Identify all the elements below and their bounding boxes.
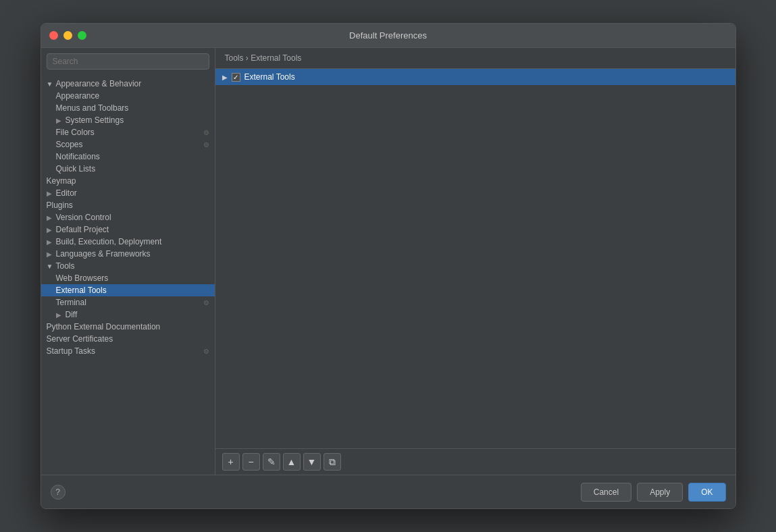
close-button[interactable] (49, 31, 58, 40)
main-content: ▼ Appearance & Behavior Appearance Menus… (41, 48, 735, 475)
sidebar-item-editor[interactable]: ▶ Editor (41, 187, 215, 199)
sidebar-item-build-execution[interactable]: ▶ Build, Execution, Deployment (41, 236, 215, 248)
minimize-button[interactable] (63, 31, 72, 40)
sidebar-item-file-colors[interactable]: File Colors ⚙ (41, 126, 215, 138)
sidebar-item-system-settings[interactable]: ▶ System Settings (41, 114, 215, 126)
remove-button[interactable]: − (242, 453, 260, 471)
copy-button[interactable]: ⧉ (324, 453, 341, 471)
sidebar-item-server-certs[interactable]: Server Certificates (41, 333, 215, 345)
content-toolbar: + − ✎ ▲ ▼ ⧉ (215, 448, 735, 475)
sidebar-item-keymap[interactable]: Keymap (41, 175, 215, 187)
gear-icon: ⚙ (203, 141, 209, 149)
sidebar-item-version-control[interactable]: ▶ Version Control (41, 211, 215, 223)
sidebar-item-languages-frameworks[interactable]: ▶ Languages & Frameworks (41, 248, 215, 260)
breadcrumb: Tools › External Tools (215, 48, 735, 69)
expand-icon: ▶ (47, 238, 53, 246)
sidebar-item-notifications[interactable]: Notifications (41, 151, 215, 163)
right-panel: Tools › External Tools ▶ ✓ External Tool… (215, 48, 735, 475)
move-up-button[interactable]: ▲ (283, 453, 301, 471)
maximize-button[interactable] (78, 31, 86, 40)
sidebar: ▼ Appearance & Behavior Appearance Menus… (41, 48, 215, 475)
title-bar: Default Preferences (41, 24, 735, 48)
ok-button[interactable]: OK (688, 483, 725, 502)
row-arrow-icon: ▶ (222, 74, 228, 81)
add-button[interactable]: + (222, 453, 240, 471)
expand-icon: ▼ (47, 80, 53, 88)
expand-icon: ▶ (47, 226, 53, 234)
sidebar-item-diff[interactable]: ▶ Diff (41, 309, 215, 321)
sidebar-item-terminal[interactable]: Terminal ⚙ (41, 296, 215, 309)
expand-icon: ▼ (47, 263, 53, 270)
action-buttons: Cancel Apply OK (581, 483, 726, 502)
sidebar-item-appearance[interactable]: Appearance (41, 90, 215, 102)
search-box (41, 48, 215, 75)
cancel-button[interactable]: Cancel (581, 483, 631, 502)
sidebar-item-quick-lists[interactable]: Quick Lists (41, 163, 215, 175)
gear-icon: ⚙ (203, 348, 209, 355)
bottom-bar: ? Cancel Apply OK (41, 475, 735, 508)
expand-icon: ▶ (47, 214, 53, 221)
sidebar-item-external-tools[interactable]: External Tools (41, 284, 215, 296)
edit-button[interactable]: ✎ (263, 453, 280, 471)
preferences-window: Default Preferences ▼ Appearance & Behav… (41, 23, 736, 509)
sidebar-item-python-ext-doc[interactable]: Python External Documentation (41, 321, 215, 333)
sidebar-item-scopes[interactable]: Scopes ⚙ (41, 138, 215, 151)
expand-icon: ▶ (47, 190, 53, 197)
gear-icon: ⚙ (203, 299, 209, 307)
sidebar-tree: ▼ Appearance & Behavior Appearance Menus… (41, 75, 215, 475)
sidebar-item-tools[interactable]: ▼ Tools (41, 260, 215, 272)
window-title: Default Preferences (349, 30, 427, 41)
sidebar-item-appearance-behavior[interactable]: ▼ Appearance & Behavior (41, 78, 215, 90)
apply-button[interactable]: Apply (637, 483, 683, 502)
expand-icon: ▶ (56, 311, 63, 319)
content-area: ▶ ✓ External Tools (215, 69, 735, 448)
window-controls (49, 31, 86, 40)
sidebar-item-menus-toolbars[interactable]: Menus and Toolbars (41, 102, 215, 114)
help-button[interactable]: ? (51, 485, 66, 500)
external-tools-row[interactable]: ▶ ✓ External Tools (215, 69, 735, 85)
sidebar-item-startup-tasks[interactable]: Startup Tasks ⚙ (41, 345, 215, 357)
sidebar-item-web-browsers[interactable]: Web Browsers (41, 272, 215, 284)
gear-icon: ⚙ (203, 129, 209, 136)
move-down-button[interactable]: ▼ (303, 453, 321, 471)
external-tools-label: External Tools (244, 72, 295, 82)
sidebar-item-default-project[interactable]: ▶ Default Project (41, 223, 215, 236)
search-input[interactable] (47, 53, 209, 70)
sidebar-item-plugins[interactable]: Plugins (41, 199, 215, 211)
expand-icon: ▶ (47, 250, 53, 258)
expand-icon: ▶ (56, 117, 63, 124)
external-tools-checkbox[interactable]: ✓ (232, 73, 240, 82)
